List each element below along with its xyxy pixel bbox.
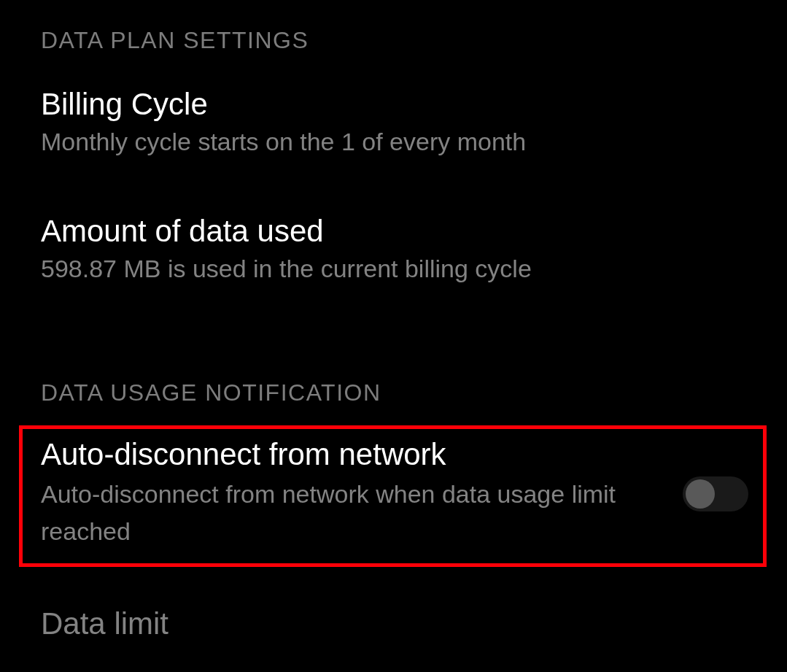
amount-used-title: Amount of data used	[41, 215, 765, 248]
toggle-knob-icon	[686, 479, 715, 509]
setting-item-amount-used[interactable]: Amount of data used 598.87 MB is used in…	[41, 215, 765, 286]
section-header-data-plan: DATA PLAN SETTINGS	[41, 27, 765, 54]
auto-disconnect-toggle[interactable]	[683, 476, 748, 511]
billing-cycle-subtitle: Monthly cycle starts on the 1 of every m…	[41, 125, 765, 159]
billing-cycle-title: Billing Cycle	[41, 88, 765, 121]
setting-item-data-limit[interactable]: Data limit	[41, 606, 765, 641]
setting-item-billing-cycle[interactable]: Billing Cycle Monthly cycle starts on th…	[41, 88, 765, 159]
amount-used-subtitle: 598.87 MB is used in the current billing…	[41, 252, 765, 286]
setting-item-auto-disconnect[interactable]: Auto-disconnect from network Auto-discon…	[19, 425, 767, 567]
settings-screen: DATA PLAN SETTINGS Billing Cycle Monthly…	[0, 0, 787, 672]
auto-disconnect-text: Auto-disconnect from network Auto-discon…	[41, 438, 683, 550]
auto-disconnect-title: Auto-disconnect from network	[41, 438, 661, 471]
auto-disconnect-subtitle: Auto-disconnect from network when data u…	[41, 476, 661, 550]
section-header-data-usage-notification: DATA USAGE NOTIFICATION	[41, 379, 765, 406]
